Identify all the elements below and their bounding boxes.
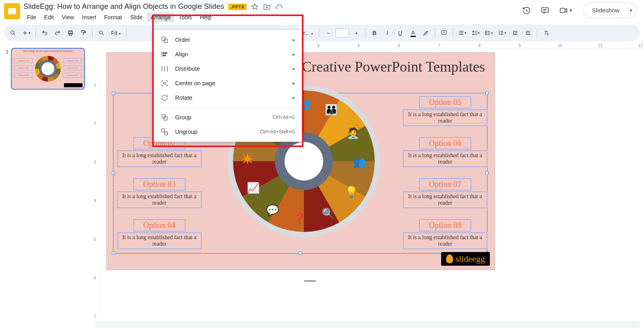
font-size-decrease-icon[interactable]: − [322,27,334,39]
svg-rect-25 [162,129,165,132]
svg-rect-9 [81,31,84,32]
menu-ungroup[interactable]: UngroupCtrl+Alt+Shift+G [153,125,302,139]
svg-rect-22 [164,82,166,84]
slides-app-icon[interactable] [4,3,20,19]
move-to-drive-icon[interactable] [263,3,271,11]
indent-increase-icon[interactable] [522,27,534,39]
resize-handle[interactable] [112,92,115,95]
vertical-ruler[interactable]: 1234567 [91,49,101,317]
option-box[interactable]: Option 06 It is a long established fact … [403,137,487,167]
menu-help[interactable]: Help [196,12,215,22]
search-menus-icon[interactable] [7,27,19,39]
highlight-color-icon[interactable] [420,27,431,39]
option-box[interactable]: Option 03 It is a long established fact … [117,178,202,208]
comments-icon[interactable] [541,6,549,15]
redo-icon[interactable] [52,27,63,39]
svg-point-14 [486,34,487,35]
align-icon[interactable]: ▾ [456,27,468,39]
thumb-number: 1 [6,49,8,55]
option-box[interactable]: Option 07 It is a long established fact … [403,178,487,208]
doc-title[interactable]: SlideEgg: How to Arrange and Align Objec… [23,2,224,11]
bold-icon[interactable]: B [369,27,380,39]
cloud-status-icon[interactable] [275,3,283,11]
menu-slide[interactable]: Slide [126,12,146,22]
font-size-increase-icon[interactable]: + [351,27,362,39]
undo-icon[interactable] [39,27,50,39]
insert-comment-icon[interactable] [438,27,450,39]
group-icon: 👪 [323,102,339,118]
align-left-icon [161,50,169,58]
filmstrip[interactable]: 1 idest Things About Creative PowerPoint… [0,43,91,317]
menu-order[interactable]: Order▸ [153,33,302,47]
order-icon [161,36,169,44]
menu-format[interactable]: Format [101,12,126,22]
menu-edit[interactable]: Edit [41,12,58,22]
resize-handle[interactable] [112,252,115,255]
indent-decrease-icon[interactable] [510,27,521,39]
resize-handle[interactable] [485,92,489,95]
brand-badge: slideegg [441,252,490,266]
svg-rect-4 [560,8,565,12]
history-icon[interactable] [522,6,531,15]
search-person-icon: 🔍 [320,205,336,221]
paint-format-icon[interactable] [78,27,89,39]
arrange-menu: Order▸ Align▸ Distribute▸ Center on page… [153,30,303,142]
svg-rect-19 [164,39,167,42]
zoom-level[interactable]: Fit ▾ [109,30,123,36]
underline-icon[interactable]: U [394,27,406,39]
present-camera-icon[interactable] [559,6,568,15]
option-box[interactable]: Option 08 It is a long established fact … [403,219,487,249]
present-dropdown-icon[interactable]: ▼ [569,8,573,13]
menu-view[interactable]: View [58,12,78,22]
menu-tools[interactable]: Tools [175,12,196,22]
growth-icon: 📈 [245,180,261,196]
zoom-icon[interactable] [96,27,107,39]
numbered-list-icon[interactable]: 123▾ [496,27,508,39]
option-box[interactable]: Option 04 It is a long established fact … [117,219,202,249]
resize-handle[interactable] [299,252,302,255]
center-page-icon [161,79,169,87]
menu-arrange[interactable]: Arrange [147,12,174,22]
menu-group[interactable]: GroupCtrl+Alt+G [153,110,302,125]
svg-rect-24 [164,117,167,120]
clear-formatting-icon[interactable] [541,27,552,39]
star-icon[interactable] [251,3,259,11]
print-icon[interactable] [65,27,76,39]
bullet-list-icon[interactable]: ▾ [483,27,495,39]
text-color-icon[interactable]: A [407,27,419,39]
slideshow-dropdown[interactable]: ▼ [625,2,637,18]
svg-rect-3 [542,7,549,12]
menu-insert[interactable]: Insert [78,12,100,22]
network-icon: ✴️ [239,151,256,167]
resize-handle[interactable] [485,172,489,175]
svg-rect-21 [163,55,166,56]
svg-rect-1 [8,8,16,14]
menu-file[interactable]: File [23,12,40,22]
font-size-input[interactable] [335,29,349,37]
svg-point-10 [99,31,103,34]
group-icon [161,113,169,121]
slideshow-button[interactable]: Slideshow [583,2,629,18]
menu-center-on-page[interactable]: Center on page▸ [153,76,302,90]
menu-distribute[interactable]: Distribute▸ [153,62,302,76]
svg-text:3: 3 [499,33,500,35]
toolbar: ▾ Fit ▾ Cambr... ▾ − + B I U A ▾ ▾ ▾ 123… [4,25,640,41]
slide-thumbnail[interactable]: idest Things About Creative PowerPoint T… [11,48,85,90]
menu-rotate[interactable]: Rotate▸ [153,90,302,105]
title-bar: SlideEgg: How to Arrange and Align Objec… [0,0,644,22]
idea-icon: 💡 [343,184,359,200]
italic-icon[interactable]: I [382,27,393,39]
chat-icon: 💬 [264,202,281,218]
ungroup-icon [161,128,169,136]
svg-point-12 [486,31,487,32]
new-slide-icon[interactable]: ▾ [20,27,32,39]
menu-bar: File Edit View Insert Format Slide Arran… [23,12,522,22]
speaker-notes-bar[interactable] [95,322,640,328]
option-box[interactable]: Option 05 It is a long established fact … [403,96,487,126]
menu-align[interactable]: Align▸ [153,47,302,62]
resize-handle[interactable] [112,172,115,175]
rotate-icon [161,94,169,102]
line-spacing-icon[interactable]: ▾ [470,27,481,39]
notes-resizer[interactable] [304,280,316,282]
question-icon: ❓ [291,210,307,226]
